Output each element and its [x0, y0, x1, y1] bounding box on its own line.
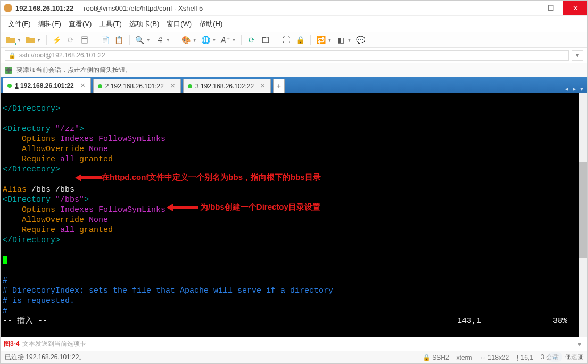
annotation-2: 为/bbs创建一个Directoy目录设置 [200, 202, 320, 212]
address-bar-row: 🔒 ssh://root@192.168.26.101:22 ▾ [1, 48, 587, 63]
svg-rect-1 [82, 38, 87, 39]
lock-button[interactable]: 🔒 [294, 34, 306, 46]
copy-button[interactable]: 📄 [100, 34, 111, 46]
figure-label: 图3-4 [4, 340, 19, 349]
hint-bar: ➕ 要添加当前会话，点击左侧的箭头按钮。 [1, 63, 587, 77]
svg-rect-2 [82, 40, 87, 40]
tool-bar: ▼ ▼ ⚡ ⟳ 📄 📋 🔍▼ 🖨▼ 🎨▼ 🌐▼ A⁺▼ ⟳ 🗔 ⛶ 🔒 🔁▼ ◧… [1, 32, 587, 48]
print-button[interactable]: 🖨 [154, 34, 165, 46]
arrow-icon [167, 203, 198, 212]
dropdown-icon[interactable]: ▼ [212, 38, 218, 43]
session-tab-3[interactable]: 3 192.168.26.102:22 ✕ [183, 79, 271, 93]
menu-help[interactable]: 帮助(H) [199, 19, 222, 29]
menu-window[interactable]: 窗口(W) [167, 19, 192, 29]
session-tab-2[interactable]: 2 192.168.26.101:22 ✕ [93, 79, 181, 93]
minimize-button[interactable]: — [514, 1, 539, 15]
status-protocol: 🔒 SSH2 [423, 354, 449, 361]
dropdown-icon[interactable]: ▼ [17, 38, 22, 43]
toolbar-separator [276, 35, 276, 45]
open-session-button[interactable] [24, 34, 36, 46]
transfer-button[interactable]: 🔁 [315, 34, 327, 46]
status-bar: 已连接 192.168.26.101:22。 🔒 SSH2 xterm ↔ 11… [1, 351, 587, 363]
tab-label: 3 192.168.26.102:22 [195, 82, 254, 90]
dropdown-icon[interactable]: ▼ [327, 38, 333, 43]
annotation-1: 在httpd.conf文件中定义一个别名为bbs，指向根下的bbs目录 [102, 172, 321, 182]
status-dot-icon [188, 84, 192, 88]
tab-list-dropdown[interactable]: ▾ [580, 85, 583, 93]
status-size: ↔ 118x22 [480, 354, 509, 361]
reconnect-button[interactable]: ⟳ [65, 34, 77, 46]
dropdown-icon[interactable]: ▼ [146, 38, 152, 43]
tab-nav: ◂ ▸ ▾ [561, 85, 587, 93]
compose-dropdown[interactable]: ▾ [575, 341, 584, 348]
dropdown-icon[interactable]: ▼ [37, 38, 42, 43]
app-window: 192.168.26.101:22 root@vms001:/etc/httpd… [0, 0, 588, 364]
address-input[interactable]: 🔒 ssh://root@192.168.26.101:22 [5, 50, 569, 61]
status-termtype: xterm [457, 354, 473, 361]
tab-close-icon[interactable]: ✕ [260, 82, 265, 89]
paste-button[interactable]: 📋 [113, 34, 125, 46]
close-button[interactable]: ✕ [563, 1, 587, 15]
help-button[interactable]: 💬 [354, 34, 366, 46]
watermark: ∞ 亿速云 [548, 352, 584, 362]
toolbar-separator [129, 35, 130, 45]
menu-edit[interactable]: 编辑(E) [38, 19, 61, 29]
menu-tools[interactable]: 工具(T) [99, 19, 122, 29]
toolbar-separator [46, 35, 47, 45]
menu-bar: 文件(F) 编辑(E) 查看(V) 工具(T) 选项卡(B) 窗口(W) 帮助(… [1, 15, 587, 32]
find-button[interactable]: 🔍 [134, 34, 146, 46]
properties-button[interactable] [79, 34, 90, 46]
address-text: ssh://root@192.168.26.101:22 [19, 52, 105, 59]
tab-next-icon[interactable]: ▸ [573, 85, 576, 93]
title-bar: 192.168.26.101:22 root@vms001:/etc/httpd… [1, 1, 587, 15]
status-connected: 已连接 192.168.26.101:22。 [5, 353, 85, 362]
menu-tabs[interactable]: 选项卡(B) [129, 19, 159, 29]
broadcast-button[interactable]: ◧ [335, 34, 346, 46]
sessions-button[interactable]: 🗔 [260, 34, 271, 46]
svg-marker-5 [167, 204, 198, 211]
new-session-button[interactable] [5, 34, 16, 46]
dropdown-icon[interactable]: ▼ [232, 38, 237, 43]
color-scheme-button[interactable]: 🎨 [180, 34, 192, 46]
tab-strip: 1 192.168.26.101:22 ✕ 2 192.168.26.101:2… [1, 77, 587, 93]
dropdown-icon[interactable]: ▼ [347, 38, 352, 43]
arrow-icon [75, 173, 102, 182]
dropdown-icon[interactable]: ▼ [193, 38, 198, 43]
dropdown-icon[interactable]: ▼ [166, 38, 171, 43]
toolbar-separator [241, 35, 242, 45]
status-cursor: ┋ 16,1 [516, 354, 533, 361]
app-logo-icon [4, 4, 12, 12]
toolbar-separator [310, 35, 311, 45]
lock-icon: 🔒 [9, 52, 16, 59]
terminal-view[interactable]: </Directory> <Directory "/zz"> Options I… [1, 93, 587, 337]
encoding-button[interactable]: 🌐 [200, 34, 212, 46]
fullscreen-button[interactable]: ⛶ [280, 34, 292, 46]
compose-input[interactable]: 文本发送到当前选项卡 [22, 340, 572, 349]
maximize-button[interactable]: ☐ [539, 1, 563, 15]
title-ip: 192.168.26.101:22 [15, 4, 73, 12]
font-button[interactable]: A⁺ [220, 34, 231, 46]
status-dot-icon [98, 84, 102, 88]
tab-label: 2 192.168.26.101:22 [105, 82, 164, 90]
tab-prev-icon[interactable]: ◂ [565, 85, 568, 93]
compose-bar: 图3-4 文本发送到当前选项卡 ▾ [1, 337, 587, 351]
toolbar-separator [95, 35, 95, 45]
window-buttons: — ☐ ✕ [514, 1, 587, 15]
scrollbar-thumb[interactable] [579, 162, 587, 258]
svg-marker-4 [75, 174, 102, 181]
session-tab-1[interactable]: 1 192.168.26.101:22 ✕ [3, 78, 91, 93]
status-dot-icon [7, 84, 12, 88]
add-session-icon[interactable]: ➕ [5, 67, 12, 74]
cloud-icon: ∞ [548, 352, 562, 362]
refresh-button[interactable]: ⟳ [246, 34, 258, 46]
toolbar-separator [176, 35, 176, 45]
tab-close-icon[interactable]: ✕ [80, 82, 85, 89]
hint-text: 要添加当前会话，点击左侧的箭头按钮。 [16, 65, 131, 75]
terminal-scrollbar[interactable] [579, 93, 587, 337]
tab-close-icon[interactable]: ✕ [170, 82, 175, 89]
menu-file[interactable]: 文件(F) [8, 19, 31, 29]
new-tab-button[interactable]: ＋ [273, 79, 285, 93]
disconnect-button[interactable]: ⚡ [51, 34, 63, 46]
menu-view[interactable]: 查看(V) [69, 19, 92, 29]
address-history-dropdown[interactable]: ▾ [572, 50, 583, 61]
